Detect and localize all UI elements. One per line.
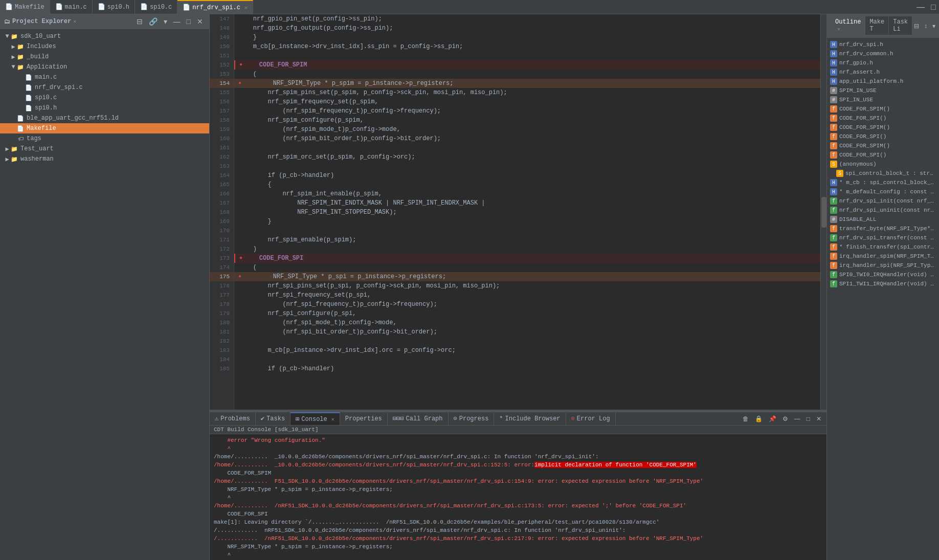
tab-task-list[interactable]: Task Li <box>889 16 912 35</box>
tree-item-spi0h[interactable]: 📄 spi0.h <box>0 103 209 113</box>
tree-item-sdk[interactable]: ▼ 📁 sdk_10_uart <box>0 31 209 41</box>
tab-console[interactable]: ⊞ Console ✕ <box>290 412 340 425</box>
code-line-153[interactable]: ( <box>234 70 820 79</box>
tab-include-browser[interactable]: * Include Browser <box>494 412 566 425</box>
tab-tasks[interactable]: ✔ Tasks <box>256 412 290 425</box>
tab-error-log[interactable]: ⊗ Error Log <box>566 412 616 425</box>
tab-mainc[interactable]: 📄 main.c <box>50 0 93 14</box>
minimize-editor-button[interactable]: — <box>913 0 928 14</box>
outline-item-26[interactable]: fSPI1_TWI1_IRQHandler(void) : void <box>827 279 939 288</box>
tree-item-tags[interactable]: 🏷 tags <box>0 133 209 144</box>
explorer-maximize-button[interactable]: □ <box>185 16 193 27</box>
tab-spi0h[interactable]: 📄 spi0.h <box>93 0 135 14</box>
tree-item-testuart[interactable]: ▶ 📁 Test_uart <box>0 144 209 154</box>
code-line-179[interactable]: nrf_spi_configure(p_spi, <box>234 309 820 318</box>
console-pin-button[interactable]: 📌 <box>767 414 778 423</box>
code-area[interactable]: nrf_gpio_pin_set(p_config->ss_pin); nrf_… <box>234 14 820 410</box>
code-line-150[interactable]: m_cb[p_instance->drv_inst_idx].ss_pin = … <box>234 42 820 51</box>
tab-spi0c[interactable]: 📄 spi0.c <box>135 0 177 14</box>
code-line-178[interactable]: (nrf_spi_frequency_t)p_config->frequency… <box>234 300 820 309</box>
code-line-147[interactable]: nrf_gpio_pin_set(p_config->ss_pin); <box>234 14 820 24</box>
code-line-164[interactable]: if (p_cb->handler) <box>234 171 820 180</box>
tree-item-includes[interactable]: ▶ 📁 Includes <box>0 41 209 52</box>
outline-item-16[interactable]: H* m_default_config : const nrf_drv_spi_ <box>827 187 939 196</box>
outline-filter-button[interactable]: ▾ <box>931 21 937 31</box>
outline-item-20[interactable]: ftransfer_byte(NRF_SPI_Type*, spi_co <box>827 224 939 233</box>
code-line-182[interactable] <box>234 337 820 346</box>
code-line-168[interactable]: NRF_SPIM_INT_STOPPED_MASK); <box>234 208 820 217</box>
code-line-151[interactable] <box>234 51 820 60</box>
outline-item-21[interactable]: fnrf_drv_spi_transfer(const nrf_drv_sp <box>827 233 939 242</box>
code-line-163[interactable] <box>234 162 820 171</box>
collapse-all-button[interactable]: ⊟ <box>135 16 145 27</box>
outline-item-17[interactable]: fnrf_drv_spi_init(const nrf_drv_spi_t* <box>827 196 939 206</box>
outline-item-5[interactable]: #SPIM_IN_USE <box>827 86 939 95</box>
console-minimize-button[interactable]: — <box>792 414 802 423</box>
tree-item-nrf-drv-spic[interactable]: 📄 nrf_drv_spi.c <box>0 82 209 93</box>
outline-item-0[interactable]: Hnrf_drv_spi.h <box>827 40 939 49</box>
explorer-menu-button[interactable]: ▾ <box>162 16 169 27</box>
code-line-183[interactable]: m_cb[p_instance->drv_inst_idx].orc = p_c… <box>234 346 820 355</box>
code-line-174[interactable]: ( <box>234 263 820 272</box>
tab-nrf-close[interactable]: ✕ <box>244 5 248 11</box>
code-line-148[interactable]: nrf_gpio_cfg_output(p_config->ss_pin); <box>234 24 820 33</box>
outline-item-7[interactable]: fCODE_FOR_SPIM() <box>827 104 939 114</box>
code-line-160[interactable]: (nrf_spim_bit_order_t)p_config->bit_orde… <box>234 134 820 143</box>
outline-item-12[interactable]: fCODE_FOR_SPI() <box>827 150 939 160</box>
code-line-176[interactable]: nrf_spi_pins_set(p_spi, p_config->sck_pi… <box>234 281 820 290</box>
tree-item-mainc[interactable]: 📄 main.c <box>0 72 209 82</box>
outline-item-11[interactable]: fCODE_FOR_SPIM() <box>827 141 939 150</box>
code-line-184[interactable] <box>234 355 820 364</box>
code-line-165[interactable]: { <box>234 180 820 189</box>
code-line-157[interactable]: (nrf_spim_frequency_t)p_config->frequenc… <box>234 106 820 116</box>
outline-item-25[interactable]: fSPI0_TWI0_IRQHandler(void) : void <box>827 270 939 279</box>
code-line-161[interactable] <box>234 143 820 152</box>
code-line-155[interactable]: nrf_spim_pins_set(p_spim, p_config->sck_… <box>234 88 820 97</box>
tree-item-washerman[interactable]: ▶ 📁 washerman <box>0 154 209 164</box>
outline-item-23[interactable]: firq_handler_spim(NRF_SPIM_Type*, s <box>827 252 939 261</box>
console-clear-button[interactable]: 🗑 <box>741 414 751 423</box>
code-line-149[interactable]: } <box>234 33 820 42</box>
outline-item-2[interactable]: Hnrf_gpio.h <box>827 58 939 68</box>
explorer-minimize-button[interactable]: — <box>171 16 183 27</box>
code-line-156[interactable]: nrf_spim_frequency_set(p_spim, <box>234 97 820 106</box>
code-line-170[interactable] <box>234 226 820 235</box>
console-scroll-lock-button[interactable]: 🔒 <box>753 414 765 423</box>
console-close-icon[interactable]: ✕ <box>331 416 334 422</box>
code-line-154[interactable]: ● NRF_SPIM_Type * p_spim = p_instance->p… <box>234 79 820 88</box>
code-line-172[interactable]: ) <box>234 244 820 254</box>
code-line-185[interactable]: if (p_cb->handler) <box>234 364 820 373</box>
code-line-167[interactable]: NRF_SPIM_INT_ENDTX_MASK | NRF_SPIM_INT_E… <box>234 198 820 208</box>
tab-callgraph[interactable]: ⊟⊟⊟ Call Graph <box>388 412 449 425</box>
console-maximize-button[interactable]: □ <box>804 414 812 423</box>
tab-makefile[interactable]: 📄 Makefile <box>0 0 50 14</box>
outline-item-10[interactable]: fCODE_FOR_SPI() <box>827 132 939 141</box>
tree-item-spi0c[interactable]: 📄 spi0.c <box>0 93 209 103</box>
code-line-171[interactable]: nrf_spim_enable(p_spim); <box>234 235 820 244</box>
tree-item-build[interactable]: ▶ 📁 _build <box>0 52 209 62</box>
console-settings-button[interactable]: ⚙ <box>780 414 790 423</box>
outline-item-13[interactable]: S(anonymous) <box>827 160 939 169</box>
code-line-173[interactable]: ● CODE_FOR_SPI <box>234 254 820 263</box>
tree-item-application[interactable]: ▼ 📁 Application <box>0 62 209 72</box>
console-output[interactable]: #error "Wrong configuration." ^/home/...… <box>210 434 826 560</box>
code-line-166[interactable]: nrf_spim_int_enable(p_spim, <box>234 189 820 198</box>
outline-sort-button[interactable]: ↕ <box>923 21 929 31</box>
tab-outline[interactable]: Outline ✕ <box>831 16 865 35</box>
code-line-175[interactable]: ● NRF_SPI_Type * p_spi = p_instance->p_r… <box>234 272 820 281</box>
maximize-editor-button[interactable]: □ <box>928 0 939 14</box>
code-line-158[interactable]: nrf_spim_configure(p_spim, <box>234 116 820 125</box>
outline-item-9[interactable]: fCODE_FOR_SPIM() <box>827 123 939 132</box>
tree-item-makefile[interactable]: 📄 Makefile <box>0 123 209 133</box>
outline-item-22[interactable]: f* finish_transfer(spi_control_block_t*) <box>827 242 939 252</box>
outline-item-8[interactable]: fCODE_FOR_SPI() <box>827 114 939 123</box>
outline-item-24[interactable]: firq_handler_spi(NRF_SPI_Type*, spi_c <box>827 261 939 270</box>
outline-item-18[interactable]: fnrf_drv_spi_uninit(const nrf_drv_spi_t* <box>827 206 939 215</box>
editor-scrollbar[interactable] <box>820 14 826 410</box>
tree-item-ld[interactable]: 📄 ble_app_uart_gcc_nrf51.ld <box>0 113 209 123</box>
code-line-169[interactable]: } <box>234 217 820 226</box>
explorer-close-button[interactable]: ✕ <box>195 16 205 27</box>
outline-item-14[interactable]: Sspi_control_block_t : struct <box>827 169 939 178</box>
outline-item-19[interactable]: #DISABLE_ALL <box>827 215 939 224</box>
outline-item-4[interactable]: Happ_util_platform.h <box>827 77 939 86</box>
